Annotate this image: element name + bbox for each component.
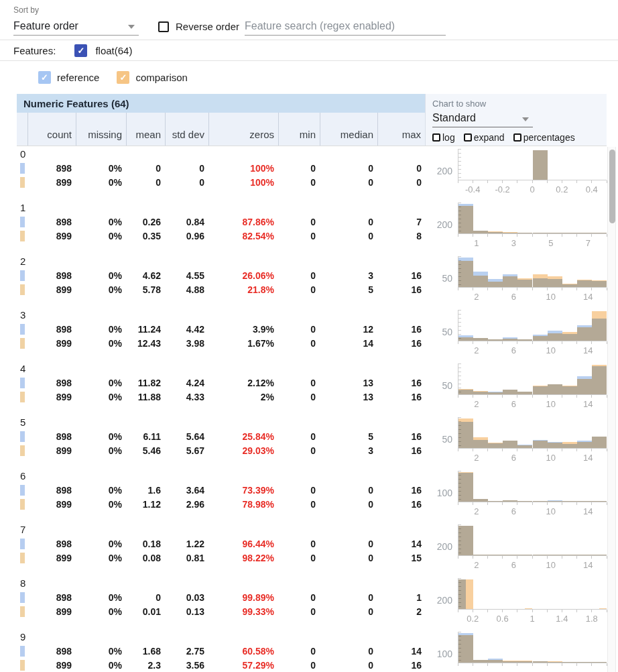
comparison-swatch: [20, 445, 25, 456]
x-tick-label: 0.6: [497, 614, 509, 624]
stat-max: 8: [377, 231, 426, 241]
stat-mean: 0.18: [126, 539, 165, 549]
y-axis-label: 200: [426, 595, 452, 606]
stat-stddev: 5.64: [165, 431, 208, 442]
stat-stddev: 0: [165, 177, 208, 188]
x-tick-label: 2: [474, 506, 479, 516]
stat-stddev: 4.88: [165, 284, 208, 295]
histogram-bar: [548, 279, 562, 287]
feature-stats: 1 898 0% 0.26 0.84 87.86% 0 0 7 899 0% 0…: [17, 200, 426, 254]
histogram-bar: [533, 386, 548, 394]
feature-name: 6: [17, 469, 426, 483]
stat-mean: 1.68: [126, 646, 165, 657]
stat-max: 1: [377, 592, 426, 603]
stat-stddev: 0.13: [165, 606, 208, 617]
x-tick-label: 2: [474, 292, 479, 302]
float64-checkbox[interactable]: ✓: [74, 44, 87, 57]
histogram-bar: [592, 319, 607, 341]
x-tick-label: 7: [586, 238, 591, 248]
x-tick-label: 0.4: [586, 184, 598, 194]
comparison-checkbox[interactable]: ✓: [117, 71, 129, 84]
comparison-swatch: [20, 499, 25, 510]
y-axis-label: 50: [426, 380, 452, 391]
x-tick-label: 10: [546, 292, 556, 302]
reverse-order-checkbox[interactable]: [158, 21, 169, 32]
legend-comparison: ✓ comparison: [117, 71, 188, 84]
histogram-bar: [473, 272, 488, 287]
stat-max: 0: [377, 177, 426, 188]
column-header-zeros: zeros: [208, 113, 278, 146]
comparison-swatch: [20, 338, 25, 349]
stat-min: 0: [278, 163, 320, 174]
reference-stats-row: 898 0% 0 0.03 99.89% 0 0 1: [17, 590, 426, 604]
stat-missing: 0%: [76, 646, 126, 657]
stat-min: 0: [278, 392, 320, 402]
stat-count: 898: [27, 324, 76, 335]
stat-mean: 0: [126, 163, 165, 174]
comparison-swatch: [20, 231, 25, 241]
column-header-median: median: [320, 113, 377, 146]
stat-stddev: 4.24: [165, 378, 208, 388]
x-tick-label: 10: [546, 345, 556, 355]
feature-search-input[interactable]: [245, 17, 446, 36]
feature-name: 1: [17, 201, 426, 215]
stat-max: 15: [377, 553, 426, 563]
stat-mean: 6.11: [126, 431, 165, 442]
scrollbar-thumb[interactable]: [609, 150, 615, 223]
stat-stddev: 3.56: [165, 660, 208, 671]
comparison-swatch: [20, 606, 25, 617]
sort-by-dropdown[interactable]: Feature order: [13, 17, 139, 36]
stat-stddev: 2.75: [165, 646, 208, 657]
reference-swatch: [20, 163, 25, 174]
stat-max: 16: [377, 485, 426, 496]
feature-stats: 6 898 0% 1.6 3.64 73.39% 0 0 16 899 0% 1…: [17, 468, 426, 522]
histogram-bar: [488, 443, 503, 448]
percentages-checkbox[interactable]: [513, 133, 521, 142]
histogram-plot: [458, 256, 607, 287]
histogram-plot: [458, 203, 607, 233]
stat-mean: 12.43: [126, 338, 165, 349]
vertical-scrollbar[interactable]: [607, 147, 616, 672]
x-axis-labels: 261014: [458, 292, 607, 302]
x-axis-labels: -0.4-0.200.20.4: [458, 184, 607, 195]
reference-histogram-layer: [458, 310, 607, 341]
histogram-bar: [458, 390, 473, 394]
comparison-stats-row: 899 0% 2.3 3.56 57.29% 0 0 16: [17, 658, 426, 672]
stat-zeros: 2%: [208, 392, 278, 402]
log-checkbox[interactable]: [432, 133, 440, 142]
stat-zeros: 100%: [208, 163, 278, 174]
histogram-bar: [458, 579, 466, 609]
feature-row: 7 898 0% 0.18 1.22 96.44% 0 0 14 899 0% …: [17, 522, 607, 575]
x-tick-label: 14: [583, 506, 593, 516]
reference-swatch: [20, 270, 25, 281]
x-tick-label: 0: [530, 184, 534, 194]
reference-histogram-layer: [458, 632, 607, 663]
histogram-bar: [473, 440, 488, 448]
stat-count: 898: [27, 539, 76, 549]
comparison-swatch: [20, 392, 25, 402]
stat-median: 0: [320, 231, 377, 241]
feature-stats: 3 898 0% 11.24 4.42 3.9% 0 12 16 899 0% …: [17, 307, 426, 361]
reference-swatch: [20, 324, 25, 335]
feature-row: 2 898 0% 4.62 4.55 26.06% 0 3 16 899 0% …: [17, 254, 607, 307]
facets-overview-page: Sort by Feature order Reverse order Feat…: [0, 0, 618, 672]
feature-stats: 5 898 0% 6.11 5.64 25.84% 0 5 16 899 0% …: [17, 414, 426, 468]
expand-checkbox[interactable]: [464, 133, 472, 142]
stat-max: 16: [377, 270, 426, 281]
stat-stddev: 0.84: [165, 217, 208, 227]
feature-histogram: 50 261014: [426, 307, 607, 361]
histogram-plot: [458, 471, 607, 502]
stat-max: 7: [377, 217, 426, 227]
comparison-stats-row: 899 0% 0 0 100% 0 0 0: [17, 175, 426, 189]
stat-mean: 0: [126, 592, 165, 603]
reference-swatch: [20, 217, 25, 227]
x-axis-ticks: [458, 341, 607, 344]
feature-name: 0: [17, 148, 426, 161]
stat-count: 898: [27, 592, 76, 603]
stat-median: 13: [320, 378, 377, 388]
histogram-bar: [548, 331, 562, 341]
chart-type-dropdown[interactable]: Standard: [432, 110, 533, 127]
reference-checkbox[interactable]: ✓: [38, 71, 51, 84]
stat-min: 0: [278, 499, 320, 510]
reference-stats-row: 898 0% 6.11 5.64 25.84% 0 5 16: [17, 429, 426, 443]
